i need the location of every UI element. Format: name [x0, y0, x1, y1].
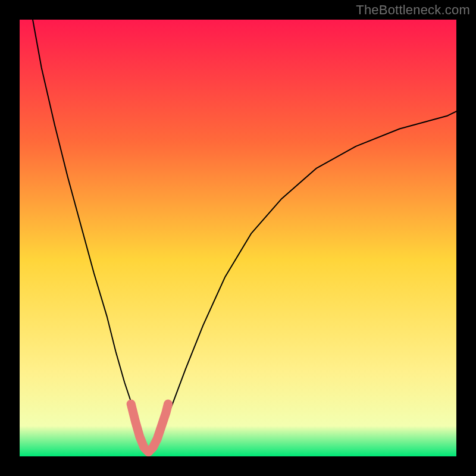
chart-background	[20, 20, 456, 456]
chart-svg	[20, 20, 456, 456]
watermark-label: TheBottleneck.com	[356, 2, 470, 18]
chart-frame: TheBottleneck.com	[0, 0, 476, 476]
chart-plot-area	[20, 20, 456, 456]
